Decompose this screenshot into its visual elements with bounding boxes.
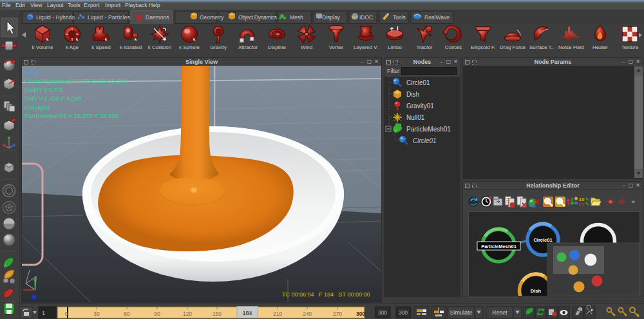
svg-text:0: 0 — [65, 311, 68, 317]
svg-text:Noise Field: Noise Field — [558, 44, 584, 50]
svg-text:210: 210 — [273, 311, 282, 317]
svg-text:»: » — [632, 198, 635, 205]
svg-text:150: 150 — [213, 311, 222, 317]
svg-text:60: 60 — [124, 311, 130, 317]
svg-text:setup: setup — [24, 68, 39, 75]
svg-text:Attractor: Attractor — [238, 44, 258, 50]
svg-text:Liquid - Particles: Liquid - Particles — [88, 14, 130, 21]
svg-text:240: 240 — [303, 311, 312, 317]
svg-text:30: 30 — [93, 311, 100, 317]
svg-text:IDOC: IDOC — [359, 14, 373, 21]
svg-text:k Collision: k Collision — [148, 44, 171, 50]
svg-text:Circle01(inactive) PARTICLES: Circle01(inactive) PARTICLES 15,384 — [24, 77, 128, 84]
svg-text:k Sphere: k Sphere — [179, 44, 200, 50]
svg-text:1: 1 — [42, 310, 45, 316]
svg-text:Ellipsoid F.: Ellipsoid F. — [471, 44, 495, 50]
svg-text:Tractor: Tractor — [416, 44, 432, 50]
svg-text:300: 300 — [378, 309, 387, 316]
svg-text:Drag Force: Drag Force — [500, 44, 526, 50]
svg-text:300: 300 — [399, 309, 408, 316]
svg-text:k Speed: k Speed — [91, 44, 110, 50]
svg-text:Object Dynamics: Object Dynamics — [238, 14, 277, 21]
svg-text:184: 184 — [242, 310, 252, 316]
svg-text:Gravity: Gravity — [210, 44, 226, 50]
svg-text:RealWave: RealWave — [424, 14, 450, 21]
svg-text:ParticleMesh01: ParticleMesh01 — [406, 126, 451, 133]
svg-text:Simulate: Simulate — [450, 309, 472, 316]
svg-text:DSpline: DSpline — [268, 44, 287, 50]
svg-text:01: 01 — [579, 202, 585, 208]
svg-text:Dish: Dish — [531, 288, 542, 294]
svg-text:k Age: k Age — [66, 44, 79, 50]
svg-text:Circle01: Circle01 — [533, 237, 552, 243]
svg-text:TC 00:06:04 F 184 ST 00:00: TC 00:06:04 F 184 ST 00:00:00 — [282, 291, 370, 298]
svg-text:Null01 V:0 F:0: Null01 V:0 F:0 — [24, 86, 63, 93]
svg-text:Display: Display — [322, 14, 341, 21]
svg-text:k Isolated: k Isolated — [120, 44, 142, 50]
svg-text:k Volume: k Volume — [32, 44, 53, 50]
svg-text:Coriolis: Coriolis — [445, 44, 462, 50]
svg-text:Gravity01: Gravity01 — [406, 102, 434, 110]
svg-text:Liquid - Hybrido: Liquid - Hybrido — [36, 14, 75, 21]
svg-text:Null01: Null01 — [406, 114, 425, 121]
svg-text:Wind: Wind — [301, 44, 312, 50]
svg-text:Tools: Tools — [393, 14, 406, 21]
svg-text:Reset: Reset — [492, 309, 507, 316]
svg-text:Gravity01: Gravity01 — [24, 104, 51, 111]
svg-text:Surface T..: Surface T.. — [529, 44, 554, 50]
svg-text:Daemons: Daemons — [146, 14, 169, 21]
svg-text:Limbo: Limbo — [388, 44, 402, 50]
svg-text:120: 120 — [183, 311, 192, 317]
svg-text:270: 270 — [333, 311, 342, 317]
svg-text:Circle01: Circle01 — [406, 79, 430, 86]
svg-text:Dish V:2,450 F:4,096: Dish V:2,450 F:4,096 — [24, 95, 82, 102]
svg-text:Texture: Texture — [621, 44, 639, 50]
svg-text:90: 90 — [154, 311, 160, 317]
svg-text:ParticleMesh01 V:18,270 F:38,: ParticleMesh01 V:18,270 F:38,936 — [24, 112, 118, 119]
svg-text:Circle01: Circle01 — [413, 137, 437, 144]
svg-text:Geometry: Geometry — [200, 14, 224, 21]
svg-text:Dish: Dish — [406, 91, 419, 98]
svg-text:Heater: Heater — [592, 44, 608, 50]
svg-text:Mesh: Mesh — [290, 14, 303, 21]
svg-text:300: 300 — [356, 311, 365, 317]
svg-text:ParticleMesh01: ParticleMesh01 — [481, 244, 516, 249]
svg-text:Vortex: Vortex — [329, 44, 344, 50]
svg-text:Layered V.: Layered V. — [354, 44, 378, 50]
